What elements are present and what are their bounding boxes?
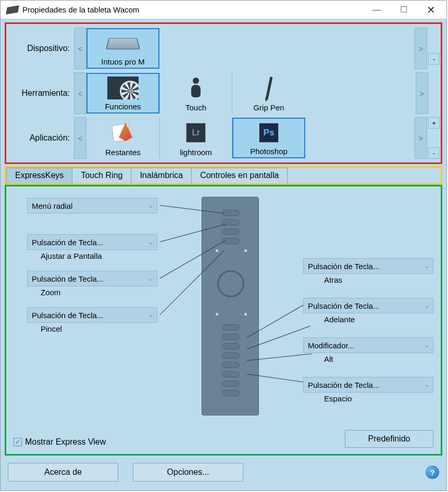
right-key-1-combo[interactable]: Pulsación de Tecla...⌵ (303, 258, 433, 274)
tab-wireless[interactable]: Inalámbrica (131, 168, 192, 183)
app-add-button[interactable]: + (428, 117, 440, 129)
pen-icon (268, 73, 270, 103)
other-apps-icon (113, 118, 133, 148)
left-key-2-sublabel: Ajustar a Pantalla (41, 251, 102, 260)
tool-item-label: Grip Pen (253, 103, 284, 113)
functions-icon (107, 74, 139, 102)
combo-text: Pulsación de Tecla... (32, 238, 103, 247)
device-extra: - (427, 32, 441, 65)
tool-item-label: Funciones (105, 102, 141, 112)
selector-panel: Dispositivo: < Intuos pro M > - Herramie… (5, 22, 442, 164)
tool-items: Funciones Touch Grip Pen (86, 71, 416, 116)
tool-item-funciones[interactable]: Funciones (86, 73, 159, 113)
tool-item-grip-pen[interactable]: Grip Pen (232, 73, 305, 113)
combo-text: Pulsación de Tecla... (308, 381, 379, 389)
chevron-down-icon: ⌵ (149, 202, 153, 209)
combo-text: Modificador... (308, 341, 354, 350)
touch-ring-graphic (217, 270, 244, 297)
app-row: Aplicación: < Restantes Lr lightroom Ps … (6, 116, 441, 160)
tool-row: Herramienta: < Funciones Touch Grip Pen … (6, 71, 441, 116)
chevron-down-icon: ⌵ (149, 238, 153, 246)
app-remove-button[interactable]: - (428, 147, 440, 159)
tool-item-touch[interactable]: Touch (159, 73, 232, 113)
device-label: Dispositivo: (6, 44, 74, 53)
close-button[interactable]: ✕ (417, 1, 444, 19)
help-icon[interactable]: ? (426, 465, 439, 479)
tab-onscreen-controls[interactable]: Controles en pantalla (191, 168, 288, 183)
expresskeys-panel: Menú radial⌵ Pulsación de Tecla...⌵ Ajus… (5, 185, 442, 456)
chevron-down-icon: ⌵ (425, 342, 429, 349)
left-key-1-combo[interactable]: Menú radial⌵ (27, 198, 157, 213)
app-item-photoshop[interactable]: Ps Photoshop (232, 118, 305, 158)
combo-text: Pulsación de Tecla... (308, 301, 379, 310)
maximize-button[interactable]: ☐ (390, 1, 417, 19)
tool-next-button[interactable]: > (416, 72, 428, 114)
right-key-3-combo[interactable]: Modificador...⌵ (303, 337, 433, 353)
chevron-down-icon: ⌵ (425, 381, 429, 388)
left-key-4-combo[interactable]: Pulsación de Tecla...⌵ (27, 307, 157, 323)
right-key-4-sublabel: Espacio (324, 394, 352, 403)
chevron-down-icon: ⌵ (425, 262, 429, 270)
about-button[interactable]: Acerca de (8, 463, 118, 482)
options-button[interactable]: Opciones... (133, 463, 243, 482)
touch-icon (190, 73, 202, 103)
photoshop-icon: Ps (259, 119, 279, 147)
device-item-intuos[interactable]: Intuos pro M (86, 28, 159, 69)
app-add-remove: + - (427, 117, 441, 159)
titlebar: Propiedades de la tableta Wacom — ☐ ✕ (1, 1, 446, 19)
app-icon (6, 5, 19, 15)
combo-text: Pulsación de Tecla... (308, 262, 379, 271)
tablet-pad-graphic (202, 197, 259, 415)
device-next-button[interactable]: > (415, 28, 427, 69)
chevron-down-icon: ⌵ (149, 275, 153, 282)
chevron-down-icon: ⌵ (425, 302, 429, 309)
minimize-button[interactable]: — (363, 1, 390, 19)
combo-text: Pulsación de Tecla... (32, 311, 103, 320)
checkbox-label: Mostrar Express View (25, 437, 106, 447)
device-row: Dispositivo: < Intuos pro M > - (6, 26, 441, 71)
tab-expresskeys[interactable]: ExpressKeys (6, 168, 72, 183)
left-key-2-combo[interactable]: Pulsación de Tecla...⌵ (27, 234, 157, 250)
show-express-view-checkbox[interactable]: ✓ Mostrar Express View (14, 437, 106, 447)
checkbox-icon: ✓ (14, 438, 22, 446)
right-key-4-combo[interactable]: Pulsación de Tecla...⌵ (303, 377, 433, 393)
app-item-label: lightroom (180, 148, 212, 158)
wacom-properties-window: Propiedades de la tableta Wacom — ☐ ✕ Di… (0, 0, 447, 491)
window-controls: — ☐ ✕ (363, 1, 444, 19)
left-key-4-sublabel: Pincel (41, 324, 62, 333)
tab-bar: ExpressKeys Touch Ring Inalámbrica Contr… (5, 166, 442, 185)
device-minus-button[interactable]: - (428, 53, 440, 65)
app-item-lightroom[interactable]: Lr lightroom (159, 118, 232, 158)
device-items: Intuos pro M (86, 26, 415, 71)
tool-item-label: Touch (185, 103, 206, 113)
footer: Acerca de Opciones... ? (1, 459, 446, 486)
tool-prev-button[interactable]: < (74, 72, 86, 114)
left-key-3-sublabel: Zoom (41, 288, 60, 297)
app-label: Aplicación: (6, 133, 74, 143)
app-item-label: Photoshop (250, 147, 288, 157)
right-key-2-combo[interactable]: Pulsación de Tecla...⌵ (303, 298, 433, 313)
right-key-2-sublabel: Adelante (324, 315, 355, 324)
tablet-icon (107, 29, 139, 57)
app-item-label: Restantes (105, 148, 141, 158)
chevron-down-icon: ⌵ (149, 311, 153, 319)
right-key-3-sublabel: Alt (324, 355, 333, 363)
combo-text: Menú radial (32, 201, 72, 210)
app-next-button[interactable]: > (415, 117, 427, 159)
device-item-label: Intuos pro M (101, 57, 144, 68)
left-key-3-combo[interactable]: Pulsación de Tecla...⌵ (27, 271, 157, 286)
app-item-restantes[interactable]: Restantes (86, 118, 159, 158)
default-button[interactable]: Predefinido (345, 430, 433, 448)
tab-touch-ring[interactable]: Touch Ring (72, 168, 131, 183)
app-prev-button[interactable]: < (74, 117, 86, 159)
lightroom-icon: Lr (186, 118, 206, 148)
tool-label: Herramienta: (6, 89, 74, 98)
device-prev-button[interactable]: < (74, 28, 86, 69)
app-items: Restantes Lr lightroom Ps Photoshop (86, 116, 415, 160)
window-title: Propiedades de la tableta Wacom (22, 5, 363, 14)
combo-text: Pulsación de Tecla... (32, 274, 103, 283)
right-key-1-sublabel: Atras (324, 275, 342, 284)
